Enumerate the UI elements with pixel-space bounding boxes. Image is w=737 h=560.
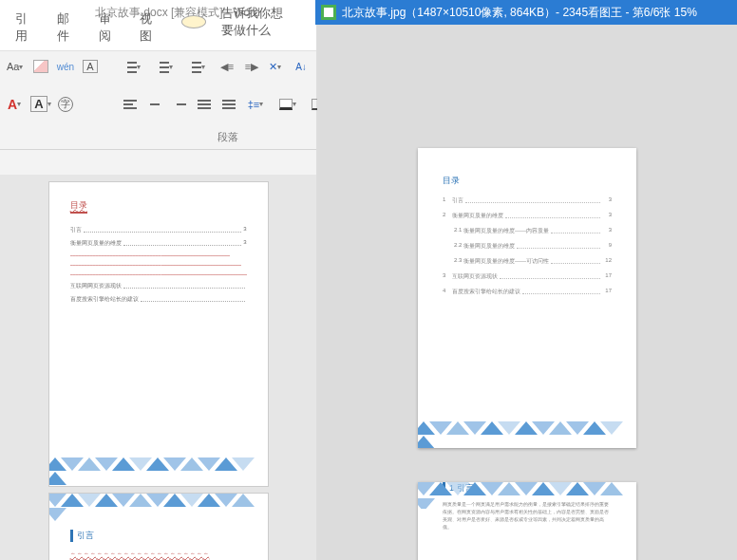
toc-item: 引言3 bbox=[70, 226, 247, 234]
toc-item-error: ~~~~~~~~~~~~~~~~~~~~~~~~~~~~~~~~~~~~~~~~… bbox=[70, 262, 247, 268]
page-1: 目录 引言3 衡量网页质量的维度3 ~~~~~~~~~~~~~~~~~~~~~~… bbox=[49, 182, 268, 486]
paragraph-group: ▾ ▾ ▾ ◀≡ ≡▶ ✕▾ A↓ ¶ ‡≡▾ ▾ ▾ 段落 bbox=[120, 55, 336, 145]
word-window: 引用 邮件 审阅 视图 告诉我你想要做什么 Aa▾ wén A A▾ A▾ 字 … bbox=[0, 25, 317, 560]
viewer-footer-graphic bbox=[418, 421, 636, 448]
asian-layout-button[interactable]: ✕▾ bbox=[266, 57, 287, 76]
body-text-error: ～～～～～～～～～～～～～～～～～～～～～ bbox=[70, 550, 247, 558]
highlight-button[interactable]: A▾ bbox=[30, 95, 51, 114]
toc-item: 百度搜索引擎给站长的建议 bbox=[70, 295, 247, 304]
ribbon-body: Aa▾ wén A A▾ A▾ 字 ▾ ▾ ▾ ◀≡ ≡▶ ✕▾ A↓ ¶ bbox=[0, 51, 316, 150]
line-spacing-button[interactable]: ‡≡▾ bbox=[243, 95, 272, 114]
align-right-button[interactable] bbox=[169, 95, 190, 114]
tab-mailings[interactable]: 邮件 bbox=[46, 5, 87, 50]
page-footer-graphic bbox=[49, 457, 268, 486]
viewer-title: 北京故事.jpg（1487×10510像素, 864KB）- 2345看图王 -… bbox=[342, 5, 697, 21]
font-group: Aa▾ wén A A▾ A▾ 字 bbox=[6, 55, 101, 145]
viewer-header-graphic bbox=[418, 482, 636, 509]
viewer-toc-item: 1引言3 bbox=[443, 196, 612, 205]
viewer-toc-item: 2.3衡量网页质量的维度——可访问性12 bbox=[443, 257, 612, 266]
shading-button[interactable]: ▾ bbox=[275, 95, 304, 114]
viewer-page-1[interactable]: 目录 1引言32衡量网页质量的维度32.1衡量网页质量的维度——内容质量32.2… bbox=[418, 148, 636, 448]
page-header-graphic bbox=[49, 494, 268, 522]
tab-view[interactable]: 视图 bbox=[128, 5, 170, 50]
toc-item-error: ~~~~~~~~~~~~~~~~~~~~~~~~~~~~~~~~~~~~~~~~… bbox=[70, 252, 247, 258]
bullets-button[interactable]: ▾ bbox=[120, 57, 148, 76]
viewer-app-icon bbox=[321, 5, 336, 20]
tab-references[interactable]: 引用 bbox=[4, 5, 46, 50]
tab-review[interactable]: 审阅 bbox=[87, 5, 129, 50]
viewer-page-2[interactable]: 1 引言 网页质量是一个网页满足用户需求能力的衡量，是搜索引擎确定结果排序的重要… bbox=[418, 482, 636, 560]
image-viewer-window: 目录 1引言32衡量网页质量的维度32.1衡量网页质量的维度——内容质量32.2… bbox=[317, 25, 737, 560]
tell-me[interactable]: 告诉我你想要做什么 bbox=[170, 0, 316, 50]
font-color-button[interactable]: A▾ bbox=[6, 95, 27, 114]
ribbon-tabs: 引用 邮件 审阅 视图 告诉我你想要做什么 bbox=[0, 25, 316, 51]
toc-item: 互联网网页资源现状 bbox=[70, 282, 247, 290]
toc-item: 衡量网页质量的维度3 bbox=[70, 239, 247, 248]
section-heading: 引言 bbox=[70, 530, 247, 542]
align-left-button[interactable] bbox=[120, 95, 141, 114]
char-border-button[interactable]: A bbox=[80, 57, 101, 76]
align-justify-button[interactable] bbox=[194, 95, 215, 114]
viewer-toc-item: 4百度搜索引擎给站长的建议17 bbox=[443, 288, 612, 296]
font-group-label bbox=[6, 130, 101, 145]
viewer-toc-item: 3互联网页资源现状17 bbox=[443, 272, 612, 281]
viewer-toc-item: 2.2衡量网页质量的维度9 bbox=[443, 242, 612, 251]
sort-button[interactable]: A↓ bbox=[291, 57, 312, 76]
page-2: 引言 ～～～～～～～～～～～～～～～～～～～～～ bbox=[49, 494, 268, 560]
viewer-toc-list: 1引言32衡量网页质量的维度32.1衡量网页质量的维度——内容质量32.2衡量网… bbox=[443, 196, 612, 296]
paragraph-group-label: 段落 bbox=[120, 130, 336, 145]
viewer-toc-item: 2.1衡量网页质量的维度——内容质量3 bbox=[443, 227, 612, 235]
multilevel-button[interactable]: ▾ bbox=[184, 57, 213, 76]
align-distribute-button[interactable] bbox=[218, 95, 239, 114]
viewer-titlebar[interactable]: 北京故事.jpg（1487×10510像素, 864KB）- 2345看图王 -… bbox=[315, 0, 737, 25]
bulb-icon bbox=[181, 15, 206, 28]
clear-format-button[interactable] bbox=[30, 57, 51, 76]
numbering-button[interactable]: ▾ bbox=[152, 57, 180, 76]
increase-indent-button[interactable]: ≡▶ bbox=[241, 57, 262, 76]
phonetic-guide-button[interactable]: wén bbox=[55, 57, 76, 76]
viewer-toc-heading: 目录 bbox=[443, 175, 612, 187]
decrease-indent-button[interactable]: ◀≡ bbox=[217, 57, 237, 76]
document-area[interactable]: 目录 引言3 衡量网页质量的维度3 ~~~~~~~~~~~~~~~~~~~~~~… bbox=[0, 175, 316, 560]
change-case-button[interactable]: Aa▾ bbox=[6, 57, 27, 76]
viewer-toc-item: 2衡量网页质量的维度3 bbox=[443, 212, 612, 220]
align-center-button[interactable] bbox=[144, 95, 165, 114]
toc-item-error: ~~~~~~~~~~~~~~~~~~~~~~~~~~~~~~~~~~~~~~~~… bbox=[70, 271, 247, 277]
toc-heading: 目录 bbox=[70, 199, 87, 214]
enclose-char-button[interactable]: 字 bbox=[55, 95, 76, 114]
